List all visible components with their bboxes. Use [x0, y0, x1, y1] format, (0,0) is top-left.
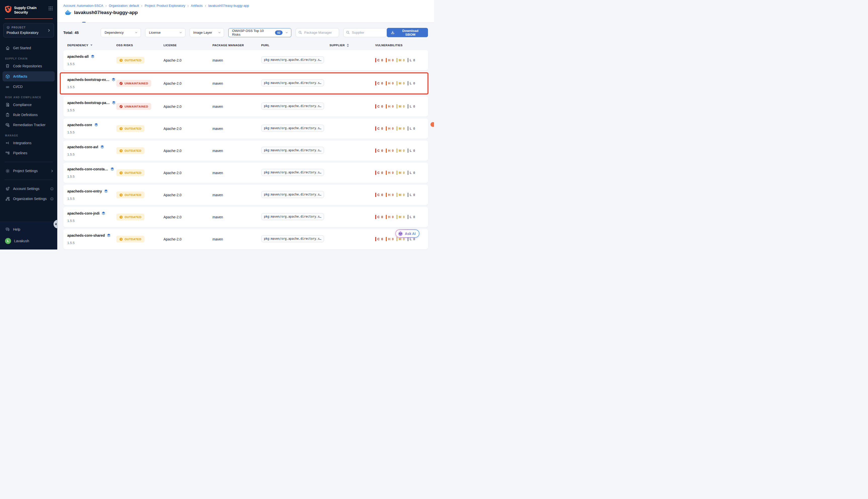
vulnerabilities-cell: C0 H0 M0 L0	[375, 193, 428, 197]
pipelines-icon	[5, 151, 10, 155]
project-label: PROJECT	[12, 26, 26, 29]
sidebar-item-account-settings[interactable]: Account Settings	[0, 184, 57, 194]
column-header-vulnerabilities: VULNERABILITIES	[375, 44, 428, 47]
table-row[interactable]: apacheds-core-jndi 1.5.5	[63, 207, 428, 227]
cube-icon	[7, 26, 10, 29]
breadcrumb-item: Artifacts ›	[191, 4, 206, 8]
sidebar-item-artifacts[interactable]: Artifacts	[2, 71, 55, 82]
table-row[interactable]: apacheds-all 1.5.5	[63, 50, 428, 70]
oss-risk-badge: OUTDATED	[116, 192, 145, 198]
dependency-version: 1.5.5	[67, 197, 116, 200]
project-name: Product Exploratory	[7, 31, 47, 35]
table-row[interactable]: apacheds-core 1.5.5	[63, 119, 428, 139]
breadcrumb-link[interactable]: Organization: default	[109, 4, 139, 8]
low-count: L0	[408, 58, 415, 62]
info-icon[interactable]	[50, 197, 54, 201]
purl-pill[interactable]: pkg:maven/org.apache.directory.s…	[261, 169, 324, 176]
image-layers-icon	[100, 145, 104, 149]
column-header-supplier[interactable]: SUPPLIER	[330, 44, 375, 47]
oss-risk-badge: OUTDATED	[116, 147, 145, 154]
dependency-cell: apacheds-core-entry 1.5.5	[67, 189, 116, 200]
oss-risk-cell: OUTDATED	[116, 147, 163, 154]
dependency-version: 1.5.5	[67, 85, 116, 89]
sidebar-item-help[interactable]: Help	[0, 224, 57, 234]
purl-pill[interactable]: pkg:maven/org.apache.directory.s…	[261, 102, 324, 110]
purl-pill[interactable]: pkg:maven/org.apache.directory.s…	[261, 213, 324, 220]
column-header-purl: PURL	[261, 44, 330, 47]
user-menu[interactable]: L Lavakush	[0, 236, 57, 246]
clock-icon	[119, 238, 123, 241]
low-count: L0	[408, 104, 415, 109]
sidebar-item-organization-settings[interactable]: Organization Settings	[0, 194, 57, 204]
purl-pill[interactable]: pkg:maven/org.apache.directory.s…	[261, 235, 324, 242]
purl-pill[interactable]: pkg:maven/org.apache.directory.s…	[261, 80, 324, 86]
download-sbom-button[interactable]: Download SBOM	[387, 28, 428, 37]
table-row[interactable]: apacheds-core-avl 1.5.5	[63, 141, 428, 161]
purl-pill[interactable]: pkg:maven/org.apache.directory.s…	[261, 147, 324, 154]
purl-pill[interactable]: pkg:maven/org.apache.directory.s…	[261, 125, 324, 132]
table-row[interactable]: apacheds-core-shared 1.5.5	[63, 229, 428, 249]
dependency-version: 1.5.5	[67, 62, 116, 66]
sidebar-item-get-started[interactable]: Get Started	[0, 43, 57, 53]
license-cell: Apache-2.0	[163, 82, 212, 85]
sidebar-item-integrations[interactable]: Integrations	[0, 138, 57, 148]
package-manager-cell: maven	[212, 193, 261, 197]
filter-dropdown[interactable]: Dependency	[101, 28, 141, 37]
clock-icon	[119, 59, 123, 62]
sidebar-item-project-settings[interactable]: Project Settings	[0, 166, 57, 176]
main-area: Account: Automation-SSCA › Organization:…	[57, 0, 434, 250]
table-row[interactable]: apacheds-bootstrap-ex… 1.5.5	[60, 72, 429, 95]
critical-count: C0	[375, 126, 383, 131]
sidebar-item-rule-definitions[interactable]: Rule Definitions	[0, 110, 57, 120]
table-row[interactable]: apacheds-core-consta… 1.5.5	[63, 163, 428, 183]
purl-cell: pkg:maven/org.apache.directory.s…	[261, 235, 330, 243]
sidebar-footer: Help L Lavakush	[0, 221, 57, 250]
sidebar-item-remediation-tracker[interactable]: Remediation Tracker	[0, 120, 57, 130]
sidebar-item-pipelines[interactable]: Pipelines	[0, 148, 57, 158]
package-manager-input[interactable]	[304, 31, 336, 34]
oss-risk-cell: UNMAINTAINED	[116, 103, 163, 110]
apps-grid-icon[interactable]	[49, 6, 53, 11]
purl-pill[interactable]: pkg:maven/org.apache.directory.s…	[261, 191, 324, 198]
column-header-dependency[interactable]: DEPENDENCY	[67, 44, 116, 47]
low-count: L0	[408, 215, 415, 219]
high-count: H0	[386, 148, 394, 153]
package-manager-cell: maven	[212, 82, 261, 85]
table-row[interactable]: apacheds-core-entry 1.5.5	[63, 185, 428, 205]
sidebar-item-cicd[interactable]: ∞ CI/CD	[0, 82, 57, 92]
license-cell: Apache-2.0	[163, 171, 212, 175]
oss-risk-badge: UNMAINTAINED	[116, 103, 151, 110]
tab-bar	[57, 19, 434, 22]
breadcrumb-separator-icon: ›	[205, 4, 206, 8]
info-icon[interactable]	[50, 187, 54, 191]
sidebar-item-compliance[interactable]: Compliance	[0, 100, 57, 110]
edge-notification-dot[interactable]	[431, 122, 434, 127]
project-selector[interactable]: PROJECT Product Exploratory	[3, 23, 54, 37]
filter-dropdown[interactable]: Image Layer	[190, 28, 224, 37]
filter-dropdown[interactable]: License	[145, 28, 185, 37]
dependency-version: 1.5.5	[67, 130, 116, 134]
chevron-right-icon	[47, 29, 51, 32]
integrations-icon	[5, 141, 10, 145]
breadcrumb-link[interactable]: Artifacts	[191, 4, 203, 8]
table-row[interactable]: apacheds-bootstrap-pa… 1.5.5	[63, 97, 428, 117]
breadcrumb-link[interactable]: lavakush07/easy-buggy-app	[208, 4, 249, 8]
vulnerabilities-cell: C0 H0 M0 L0	[375, 148, 428, 153]
filter-dropdown[interactable]: OWASP OSS Top 10 Risks 02	[228, 28, 292, 37]
license-cell: Apache-2.0	[163, 193, 212, 197]
breadcrumb-link[interactable]: Account: Automation-SSCA	[63, 4, 103, 8]
purl-pill[interactable]: pkg:maven/org.apache.directory.s…	[261, 56, 324, 63]
ask-ai-button[interactable]: Ask AI	[395, 229, 419, 238]
sidebar-item-code-repositories[interactable]: Code Repositories	[0, 61, 57, 71]
dependency-version: 1.5.5	[67, 241, 116, 245]
section-label-supply-chain: SUPPLY CHAIN	[5, 57, 57, 60]
breadcrumb-item: Organization: default ›	[109, 4, 142, 8]
clock-icon	[119, 149, 123, 153]
sidebar-item-label: Pipelines	[13, 151, 27, 155]
supplier-input[interactable]	[352, 31, 384, 34]
medium-count: M0	[397, 215, 405, 219]
package-manager-cell: maven	[212, 215, 261, 219]
purl-cell: pkg:maven/org.apache.directory.s…	[261, 80, 330, 87]
chevron-down-icon	[176, 31, 182, 34]
breadcrumb-link[interactable]: Project: Product Exploratory	[145, 4, 185, 8]
